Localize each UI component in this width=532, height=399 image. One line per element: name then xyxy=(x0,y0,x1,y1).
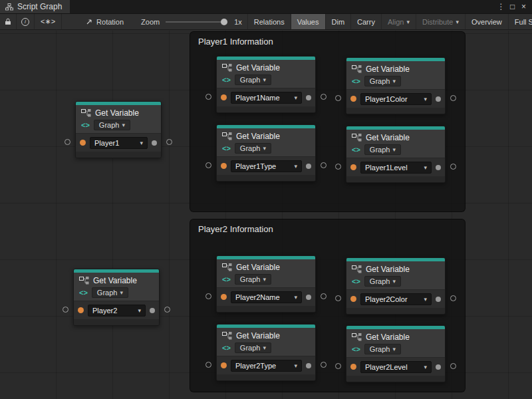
zoom-to-fit-button[interactable]: <∗> xyxy=(35,14,62,29)
input-port[interactable] xyxy=(63,307,68,313)
node-body: Player1Name▾ xyxy=(217,88,315,106)
node-footer xyxy=(217,306,315,312)
lock-button[interactable] xyxy=(0,14,17,29)
get-variable-icon xyxy=(352,134,362,142)
scope-dropdown[interactable]: Graph▾ xyxy=(364,76,401,86)
node-header: Get Variable xyxy=(217,328,315,342)
caret-down-icon: ▾ xyxy=(456,19,459,25)
values-button[interactable]: Values xyxy=(291,14,325,29)
scope-value: Graph xyxy=(99,121,120,129)
value-dot xyxy=(152,140,157,146)
graph-toolbar: i <∗> Rotation Zoom 1x Relations Values … xyxy=(0,13,532,30)
input-port[interactable] xyxy=(335,95,341,101)
input-port[interactable] xyxy=(205,94,211,100)
variable-dropdown[interactable]: Player1Type▾ xyxy=(231,160,302,172)
code-icon: <> xyxy=(352,345,360,353)
variable-name: Player2Level xyxy=(365,363,408,371)
input-port-dot[interactable] xyxy=(221,94,227,100)
tab-script-graph[interactable]: Script Graph xyxy=(0,0,70,13)
zoom-slider-handle[interactable] xyxy=(221,19,227,25)
variable-dropdown[interactable]: Player1Color▾ xyxy=(360,93,432,105)
input-port-dot[interactable] xyxy=(221,294,227,300)
scope-dropdown[interactable]: Graph▾ xyxy=(94,120,130,130)
get-variable-node-player1level[interactable]: Get Variable <> Graph▾ Player1Level▾ xyxy=(346,126,446,183)
variable-dropdown[interactable]: Player2Type▾ xyxy=(231,360,302,372)
get-variable-node-player1color[interactable]: Get Variable <> Graph▾ Player1Color▾ xyxy=(346,57,446,114)
get-variable-node-player2type[interactable]: Get Variable <> Graph▾ Player2Type▾ xyxy=(216,324,316,381)
fullscreen-button[interactable]: Full Screen xyxy=(508,14,532,29)
input-port-dot[interactable] xyxy=(350,164,356,170)
input-port-dot[interactable] xyxy=(350,296,356,302)
node-subheader: <> Graph▾ xyxy=(346,343,445,357)
script-graph-window: Script Graph ⋮ □ × i <∗> Rotation xyxy=(0,0,532,399)
maximize-icon[interactable]: □ xyxy=(507,0,518,13)
output-port[interactable] xyxy=(166,139,172,145)
carry-button[interactable]: Carry xyxy=(350,14,381,29)
input-port[interactable] xyxy=(335,363,341,369)
input-port-dot[interactable] xyxy=(350,364,356,370)
variable-dropdown[interactable]: Player1Level▾ xyxy=(360,162,432,174)
get-variable-node-player2name[interactable]: Get Variable <> Graph▾ Player2Name▾ xyxy=(216,255,316,313)
node-title: Get Variable xyxy=(236,263,280,272)
input-port[interactable] xyxy=(335,295,341,301)
dim-button[interactable]: Dim xyxy=(325,14,351,29)
get-variable-node-player1name[interactable]: Get Variable <> Graph▾ Player1Name▾ xyxy=(216,56,316,113)
caret-down-icon: ▾ xyxy=(120,289,123,296)
output-port[interactable] xyxy=(450,164,456,170)
scope-dropdown[interactable]: Graph▾ xyxy=(364,144,401,155)
output-port[interactable] xyxy=(450,95,456,101)
value-dot xyxy=(306,363,311,368)
variable-dropdown[interactable]: Player1▾ xyxy=(90,137,148,149)
scope-dropdown[interactable]: Graph▾ xyxy=(364,344,401,354)
align-label: Align xyxy=(388,18,404,26)
value-dot xyxy=(436,165,441,170)
get-variable-node-player2[interactable]: Get Variable <> Graph▾ Player2▾ xyxy=(73,269,160,326)
info-button[interactable]: i xyxy=(17,14,35,29)
input-port[interactable] xyxy=(335,164,341,170)
input-port[interactable] xyxy=(205,362,211,368)
input-port-dot[interactable] xyxy=(221,362,227,368)
input-port[interactable] xyxy=(205,162,211,168)
caret-down-icon: ▾ xyxy=(294,362,297,369)
get-variable-node-player1type[interactable]: Get Variable <> Graph▾ Player1Type▾ xyxy=(216,124,316,182)
output-port[interactable] xyxy=(321,362,327,368)
zoom-slider[interactable] xyxy=(166,21,224,23)
input-port[interactable] xyxy=(205,293,211,299)
scope-dropdown[interactable]: Graph▾ xyxy=(235,143,271,154)
output-port[interactable] xyxy=(164,307,170,313)
variable-dropdown[interactable]: Player2Level▾ xyxy=(360,361,432,373)
scope-dropdown[interactable]: Graph▾ xyxy=(92,287,128,298)
code-icon: <> xyxy=(222,144,231,152)
get-variable-icon xyxy=(79,277,89,285)
get-variable-node-player2color[interactable]: Get Variable <> Graph▾ Player2Color▾ xyxy=(346,257,446,315)
menu-icon[interactable]: ⋮ xyxy=(495,0,507,13)
output-port[interactable] xyxy=(450,295,456,301)
output-port[interactable] xyxy=(321,162,327,168)
input-port[interactable] xyxy=(65,139,70,145)
graph-canvas[interactable]: Player1 Information Player2 Information … xyxy=(0,31,532,399)
relations-button[interactable]: Relations xyxy=(247,14,291,29)
group-title: Player1 Information xyxy=(190,32,465,51)
output-port[interactable] xyxy=(450,363,456,369)
scope-value: Graph xyxy=(370,146,390,154)
input-port-dot[interactable] xyxy=(78,307,84,313)
get-variable-node-player1[interactable]: Get Variable <> Graph▾ Player1▾ xyxy=(75,101,162,158)
input-port-dot[interactable] xyxy=(221,163,227,169)
scope-dropdown[interactable]: Graph▾ xyxy=(235,74,271,85)
close-icon[interactable]: × xyxy=(518,0,529,13)
scope-dropdown[interactable]: Graph▾ xyxy=(364,276,401,287)
variable-dropdown[interactable]: Player2Name▾ xyxy=(231,291,302,303)
output-port[interactable] xyxy=(321,293,327,299)
get-variable-icon xyxy=(81,109,91,117)
overview-button[interactable]: Overview xyxy=(465,14,508,29)
variable-dropdown[interactable]: Player2▾ xyxy=(88,305,146,317)
input-port-dot[interactable] xyxy=(80,140,86,146)
get-variable-node-player2level[interactable]: Get Variable <> Graph▾ Player2Level▾ xyxy=(346,325,446,382)
scope-dropdown[interactable]: Graph▾ xyxy=(235,274,271,285)
value-dot xyxy=(436,297,441,302)
output-port[interactable] xyxy=(321,94,327,100)
variable-dropdown[interactable]: Player2Color▾ xyxy=(360,293,432,305)
input-port-dot[interactable] xyxy=(350,96,356,102)
scope-dropdown[interactable]: Graph▾ xyxy=(235,342,271,353)
variable-dropdown[interactable]: Player1Name▾ xyxy=(231,92,302,104)
